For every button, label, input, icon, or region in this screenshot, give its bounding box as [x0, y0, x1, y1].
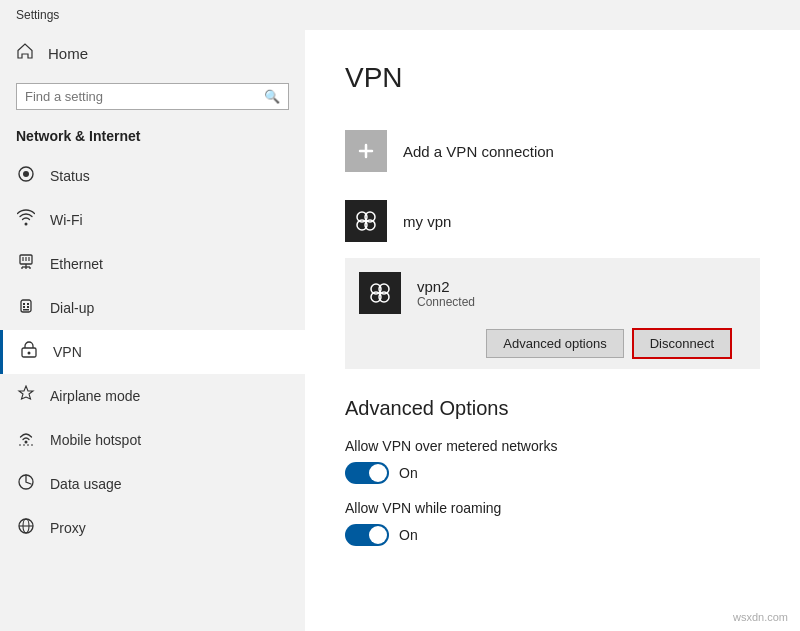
vpn-myvpn-name: my vpn	[403, 213, 451, 230]
sidebar-wifi-label: Wi-Fi	[50, 212, 83, 228]
option-roaming-label: Allow VPN while roaming	[345, 500, 760, 516]
title-bar: Settings	[0, 0, 800, 30]
sidebar-item-ethernet[interactable]: Ethernet	[0, 242, 305, 286]
sidebar-vpn-label: VPN	[53, 344, 82, 360]
sidebar-datausage-label: Data usage	[50, 476, 122, 492]
toggle-roaming-slider	[345, 524, 389, 546]
sidebar-item-status[interactable]: Status	[0, 154, 305, 198]
advanced-options-button[interactable]: Advanced options	[486, 329, 623, 358]
sidebar-ethernet-label: Ethernet	[50, 256, 103, 272]
app-title: Settings	[16, 8, 59, 22]
toggle-roaming-on-label: On	[399, 527, 418, 543]
sidebar: Home 🔍 Network & Internet Status	[0, 30, 305, 631]
option-metered: Allow VPN over metered networks On	[345, 438, 760, 484]
hotspot-icon	[16, 429, 36, 451]
vpn-connected-container: vpn2 Connected Advanced options Disconne…	[345, 258, 760, 369]
toggle-metered-on-label: On	[399, 465, 418, 481]
advanced-options-section: Advanced Options Allow VPN over metered …	[345, 397, 760, 546]
advanced-options-title: Advanced Options	[345, 397, 760, 420]
home-label: Home	[48, 45, 88, 62]
app-container: Home 🔍 Network & Internet Status	[0, 30, 800, 631]
svg-point-19	[25, 441, 28, 444]
search-input[interactable]	[25, 89, 264, 104]
vpn-item-myvpn-info: my vpn	[403, 213, 451, 230]
vpn-item-vpn2-info: vpn2 Connected	[417, 278, 475, 309]
svg-point-18	[28, 352, 31, 355]
sidebar-proxy-label: Proxy	[50, 520, 86, 536]
datausage-icon	[16, 473, 36, 495]
vpn-item-vpn2-icon	[359, 272, 401, 314]
sidebar-airplane-label: Airplane mode	[50, 388, 140, 404]
sidebar-item-datausage[interactable]: Data usage	[0, 462, 305, 506]
main-content: VPN Add a VPN connection	[305, 30, 800, 631]
wifi-icon	[16, 209, 36, 231]
add-vpn-label: Add a VPN connection	[403, 143, 554, 160]
add-vpn-icon	[345, 130, 387, 172]
status-icon	[16, 165, 36, 187]
disconnect-button[interactable]: Disconnect	[632, 328, 732, 359]
svg-point-1	[23, 171, 29, 177]
toggle-metered-slider	[345, 462, 389, 484]
svg-rect-15	[27, 306, 29, 308]
airplane-icon	[16, 385, 36, 407]
sidebar-item-dialup[interactable]: Dial-up	[0, 286, 305, 330]
toggle-metered[interactable]	[345, 462, 389, 484]
page-title: VPN	[345, 62, 760, 94]
option-metered-label: Allow VPN over metered networks	[345, 438, 760, 454]
sidebar-home-button[interactable]: Home	[0, 30, 305, 77]
home-icon	[16, 42, 34, 65]
sidebar-item-vpn[interactable]: VPN	[0, 330, 305, 374]
ethernet-icon	[16, 253, 36, 275]
add-vpn-button[interactable]: Add a VPN connection	[345, 118, 760, 184]
vpn-item-myvpn-icon	[345, 200, 387, 242]
sidebar-hotspot-label: Mobile hotspot	[50, 432, 141, 448]
option-roaming: Allow VPN while roaming On	[345, 500, 760, 546]
svg-rect-13	[27, 303, 29, 305]
dialup-icon	[16, 297, 36, 319]
vpn-vpn2-name: vpn2	[417, 278, 475, 295]
search-icon: 🔍	[264, 89, 280, 104]
sidebar-item-airplane[interactable]: Airplane mode	[0, 374, 305, 418]
sidebar-item-hotspot[interactable]: Mobile hotspot	[0, 418, 305, 462]
option-metered-toggle-row: On	[345, 462, 760, 484]
toggle-roaming[interactable]	[345, 524, 389, 546]
sidebar-item-wifi[interactable]: Wi-Fi	[0, 198, 305, 242]
option-roaming-toggle-row: On	[345, 524, 760, 546]
vpn-actions-bar: Advanced options Disconnect	[359, 318, 746, 369]
sidebar-section-title: Network & Internet	[0, 122, 305, 154]
sidebar-status-label: Status	[50, 168, 90, 184]
watermark: wsxdn.com	[733, 611, 788, 623]
search-box[interactable]: 🔍	[16, 83, 289, 110]
vpn-vpn2-status: Connected	[417, 295, 475, 309]
svg-rect-16	[23, 309, 29, 311]
vpn-icon	[19, 341, 39, 363]
sidebar-item-proxy[interactable]: Proxy	[0, 506, 305, 550]
proxy-icon	[16, 517, 36, 539]
svg-rect-12	[23, 303, 25, 305]
vpn-item-vpn2[interactable]: vpn2 Connected	[359, 268, 746, 318]
sidebar-dialup-label: Dial-up	[50, 300, 94, 316]
svg-rect-14	[23, 306, 25, 308]
vpn-item-myvpn[interactable]: my vpn	[345, 188, 760, 254]
